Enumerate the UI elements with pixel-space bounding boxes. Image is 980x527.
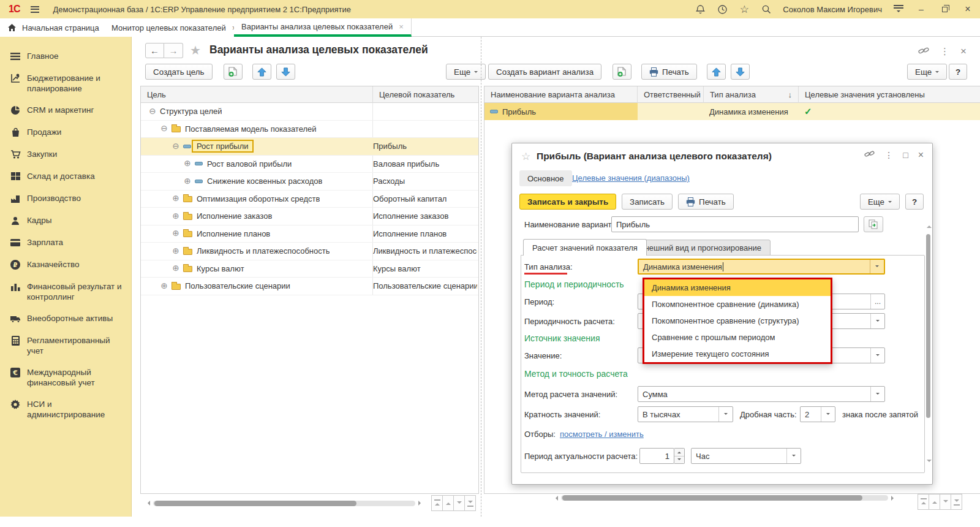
dialog-more-kebab-icon[interactable]: ⋮ bbox=[884, 150, 893, 160]
tree-row-selected[interactable]: Рост прибыли Прибыль bbox=[141, 138, 478, 156]
dialog-nav-main[interactable]: Основное bbox=[519, 170, 572, 186]
relevance-unit-combobox[interactable]: Час bbox=[691, 448, 801, 464]
minimize-button[interactable]: – bbox=[915, 4, 927, 14]
current-user[interactable]: Соколов Максим Игоревич bbox=[783, 5, 882, 14]
scroll-thumb[interactable] bbox=[562, 495, 862, 501]
variants-h-scrollbar[interactable] bbox=[561, 495, 888, 501]
sidebar-item-payroll[interactable]: Зарплата bbox=[0, 232, 131, 254]
dialog-v-scroll-thumb[interactable] bbox=[926, 234, 930, 418]
combo-dropdown-icon[interactable] bbox=[870, 260, 884, 273]
sidebar-item-warehouse[interactable]: Склад и доставка bbox=[0, 165, 131, 188]
scroll-left-icon[interactable] bbox=[553, 496, 558, 501]
combo-dropdown-icon[interactable] bbox=[870, 387, 884, 401]
tab-variants-close-icon[interactable]: × bbox=[399, 22, 404, 31]
go-prev-button[interactable] bbox=[929, 494, 940, 510]
go-first-button[interactable] bbox=[431, 495, 443, 511]
expand-icon[interactable] bbox=[172, 264, 180, 273]
variants-help-button[interactable]: ? bbox=[949, 64, 967, 80]
dropdown-option[interactable]: Покомпонентное сравнение (динамика) bbox=[644, 296, 831, 313]
column-header-analysis-type[interactable]: Тип анализа↓ bbox=[704, 86, 799, 103]
dialog-maximize-icon[interactable]: □ bbox=[903, 150, 908, 160]
collapse-icon[interactable] bbox=[160, 124, 168, 133]
spin-down-icon[interactable] bbox=[674, 456, 684, 464]
sidebar-item-fixed-assets[interactable]: Внеоборотные активы bbox=[0, 308, 131, 330]
sidebar-item-hr[interactable]: Кадры bbox=[0, 210, 131, 232]
relevance-spinner[interactable] bbox=[674, 448, 685, 464]
tree-row[interactable]: Исполнение заказов Исполнение заказов bbox=[141, 208, 478, 226]
tree-row[interactable]: Пользовательские сценарии Пользовательск… bbox=[141, 278, 478, 295]
tab-monitor[interactable]: Монитор целевых показателей × bbox=[104, 18, 244, 37]
sidebar-item-sales[interactable]: Продажи bbox=[0, 121, 131, 143]
collapse-icon[interactable] bbox=[172, 142, 180, 151]
dialog-help-button[interactable]: ? bbox=[905, 194, 924, 210]
filters-view-edit-link[interactable]: посмотреть / изменить bbox=[560, 430, 644, 439]
move-down-button[interactable] bbox=[276, 64, 295, 80]
goals-h-scrollbar[interactable] bbox=[153, 501, 415, 506]
scroll-down-icon[interactable] bbox=[927, 460, 932, 464]
multiplicity-combobox[interactable]: В тысячах bbox=[638, 406, 733, 422]
variant-row-selected[interactable]: Прибыль Динамика изменения ✓ bbox=[484, 103, 980, 120]
sidebar-item-ifrs[interactable]: € Международный финансовый учет bbox=[0, 362, 131, 393]
column-header-goal[interactable]: Цель bbox=[141, 86, 373, 103]
save-button[interactable]: Записать bbox=[622, 194, 673, 210]
expand-icon[interactable] bbox=[172, 212, 180, 221]
column-header-targets-set[interactable]: Целевые значения установлены bbox=[799, 86, 980, 103]
sidebar-item-production[interactable]: Производство bbox=[0, 188, 131, 210]
search-icon[interactable] bbox=[761, 4, 772, 15]
save-and-close-button[interactable]: Записать и закрыть bbox=[519, 194, 616, 210]
dropdown-option[interactable]: Измерение текущего состояния bbox=[644, 346, 831, 362]
forward-button[interactable]: → bbox=[164, 43, 183, 58]
tree-row[interactable]: Структура целей bbox=[141, 103, 478, 121]
tree-row[interactable]: Исполнение планов Исполнение планов bbox=[141, 226, 478, 243]
create-variant-button[interactable]: Создать вариант анализа bbox=[488, 64, 601, 80]
tab-variants[interactable]: Варианты анализа целевых показателей × bbox=[234, 18, 412, 37]
create-group-icon-button[interactable] bbox=[224, 64, 243, 80]
tree-row[interactable]: Курсы валют Курсы валют bbox=[141, 260, 478, 278]
dialog-nav-target-values-link[interactable]: Целевые значения (диапазоны) bbox=[572, 173, 690, 183]
close-form-icon[interactable]: × bbox=[960, 45, 967, 58]
sidebar-item-main[interactable]: Главное bbox=[0, 45, 131, 67]
fraction-combobox[interactable]: 2 bbox=[800, 406, 835, 422]
go-next-button[interactable] bbox=[453, 495, 465, 511]
variant-move-up-button[interactable] bbox=[707, 64, 726, 80]
sidebar-item-purchasing[interactable]: Закупки bbox=[0, 143, 131, 165]
scroll-left-icon[interactable] bbox=[145, 501, 150, 506]
sidebar-item-regulated-accounting[interactable]: Регламентированный учет bbox=[0, 330, 131, 362]
combo-dropdown-icon[interactable] bbox=[718, 407, 733, 422]
relevance-value-input[interactable] bbox=[639, 448, 674, 464]
choose-period-ellipsis-button[interactable]: ... bbox=[870, 294, 884, 309]
scroll-right-icon[interactable] bbox=[891, 496, 896, 501]
notifications-bell-icon[interactable] bbox=[695, 4, 706, 15]
sidebar-item-budgeting[interactable]: Бюджетирование и планирование bbox=[0, 67, 131, 99]
add-to-favorites-star-icon[interactable]: ★ bbox=[190, 43, 201, 58]
close-window-button[interactable]: × bbox=[962, 4, 974, 15]
column-header-indicator[interactable]: Целевой показатель bbox=[373, 86, 478, 103]
dropdown-option[interactable]: Сравнение с прошлым периодом bbox=[644, 329, 831, 346]
expand-icon[interactable] bbox=[160, 282, 168, 290]
go-last-button[interactable] bbox=[951, 494, 962, 510]
favorites-star-icon[interactable]: ☆ bbox=[739, 4, 750, 15]
combo-dropdown-icon[interactable] bbox=[786, 449, 801, 463]
move-up-button[interactable] bbox=[252, 64, 271, 80]
restore-button[interactable] bbox=[938, 4, 951, 14]
expand-icon[interactable] bbox=[172, 194, 180, 203]
tab-home[interactable]: Начальная страница bbox=[0, 18, 107, 37]
combo-dropdown-icon[interactable] bbox=[870, 348, 884, 363]
go-next-button[interactable] bbox=[940, 494, 951, 510]
sidebar-item-crm[interactable]: CRM и маркетинг bbox=[0, 99, 131, 121]
copy-variant-icon-button[interactable] bbox=[612, 64, 631, 80]
fill-from-template-icon-button[interactable] bbox=[864, 216, 883, 232]
spin-up-icon[interactable] bbox=[674, 449, 684, 456]
print-button[interactable]: Печать bbox=[641, 64, 697, 80]
goals-more-button[interactable]: Еще bbox=[446, 64, 486, 80]
combo-dropdown-icon[interactable] bbox=[870, 314, 884, 328]
scroll-thumb[interactable] bbox=[154, 501, 356, 506]
back-button[interactable]: ← bbox=[145, 43, 164, 58]
go-last-button[interactable] bbox=[464, 495, 476, 511]
expand-icon[interactable] bbox=[183, 177, 192, 186]
tab-calc-values[interactable]: Расчет значений показателя bbox=[523, 239, 647, 256]
expand-icon[interactable] bbox=[172, 247, 180, 256]
dropdown-option[interactable]: Покомпонентное сравнение (структура) bbox=[644, 313, 831, 329]
dialog-more-button[interactable]: Еще bbox=[860, 194, 900, 210]
tree-row[interactable]: Ликвидность и платежеспособность Ликвидн… bbox=[141, 243, 478, 260]
